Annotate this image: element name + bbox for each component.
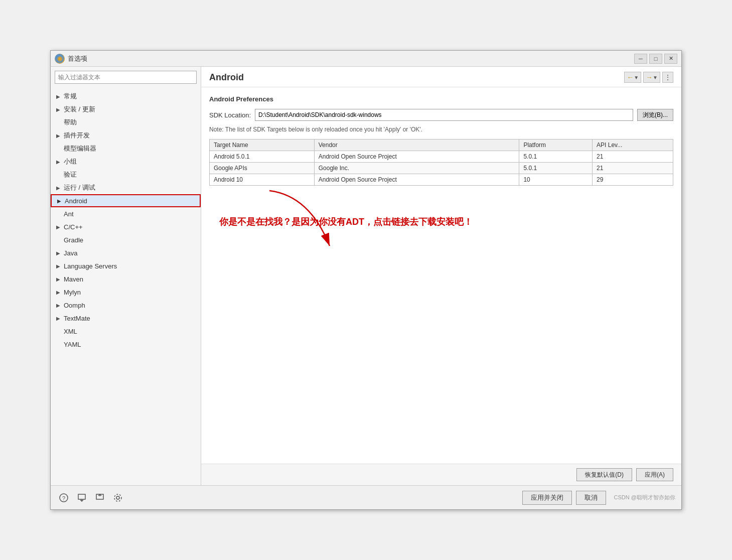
chevron-icon-cpp: ▶ [55,223,62,230]
chevron-icon-textmate: ▶ [55,315,62,322]
nav-buttons: ← ▼ → ▼ ⋮ [624,72,673,83]
app-icon [55,54,65,64]
sidebar-item-label-language-servers: Language Servers [64,262,117,270]
page-title: Android [209,72,244,83]
help-button[interactable]: ? [57,491,71,505]
sidebar-item-label-install-update: 安装 / 更新 [64,105,95,114]
window-title: 首选项 [68,54,634,63]
watermark: CSDN @聪明才智亦如你 [614,494,675,501]
svg-rect-5 [78,494,85,499]
sidebar-item-gradle[interactable]: Gradle [51,233,201,246]
table-row: Android 10Android Open Source Project102… [210,174,673,186]
sidebar-item-validation[interactable]: 验证 [51,168,201,181]
preferences-window: 首选项 ─ □ ✕ ▶常规▶安装 / 更新帮助▶插件开发模型编辑器▶小组验证▶运… [50,50,682,510]
sidebar-item-team[interactable]: ▶小组 [51,155,201,168]
forward-button[interactable]: → ▼ [643,72,660,83]
sidebar-item-model-editor[interactable]: 模型编辑器 [51,142,201,155]
filter-input[interactable] [55,71,197,84]
chevron-icon-help [55,119,62,126]
sidebar-item-yaml[interactable]: YAML [51,338,201,351]
import-button[interactable] [75,491,89,505]
chevron-icon-install-update: ▶ [55,106,62,113]
back-dropdown-icon: ▼ [634,75,639,80]
chevron-icon-general: ▶ [55,93,62,100]
chevron-icon-model-editor [55,145,62,152]
footer-left: ? [57,491,522,505]
table-cell-col2: 10 [519,174,593,186]
sdk-location-row: SDK Location: 浏览(B)... [209,109,673,121]
restore-defaults-button[interactable]: 恢复默认值(D) [576,468,632,481]
sidebar-item-run-debug[interactable]: ▶运行 / 调试 [51,181,201,194]
sidebar-item-plugin-dev[interactable]: ▶插件开发 [51,129,201,142]
chevron-icon-xml [55,328,62,335]
sidebar-item-general[interactable]: ▶常规 [51,90,201,103]
sidebar-item-ant[interactable]: Ant [51,207,201,220]
settings-button[interactable] [111,491,125,505]
sidebar-item-mylyn[interactable]: ▶Mylyn [51,286,201,299]
chevron-icon-gradle [55,236,62,243]
table-cell-col0: Google APIs [210,163,315,174]
back-button[interactable]: ← ▼ [624,72,641,83]
table-header-row: Target NameVendorPlatformAPI Lev... [210,139,673,151]
sidebar-item-cpp[interactable]: ▶C/C++ [51,220,201,233]
sidebar-item-label-android: Android [65,197,87,205]
sdk-path-input[interactable] [255,109,633,121]
maximize-button[interactable]: □ [649,54,662,64]
table-cell-col2: 5.0.1 [519,163,593,174]
sidebar-item-label-help: 帮助 [64,118,77,127]
sidebar-item-textmate[interactable]: ▶TextMate [51,312,201,325]
sidebar-item-label-oomph: Oomph [64,302,85,309]
sdk-note: Note: The list of SDK Targets below is o… [209,126,673,133]
chevron-icon-java: ▶ [55,249,62,256]
sidebar-item-label-cpp: C/C++ [64,223,83,231]
svg-point-1 [58,57,61,60]
section-title: Android Preferences [209,95,673,103]
sidebar-item-oomph[interactable]: ▶Oomph [51,299,201,312]
chevron-icon-yaml [55,341,62,348]
table-cell-col3: 29 [593,174,673,186]
menu-button[interactable]: ⋮ [662,72,673,83]
close-button[interactable]: ✕ [664,54,677,64]
sidebar-item-xml[interactable]: XML [51,325,201,338]
svg-point-9 [116,496,119,499]
table-header-api-lev...: API Lev... [593,139,673,151]
chevron-icon-oomph: ▶ [55,302,62,309]
chevron-icon-language-servers: ▶ [55,262,62,269]
sidebar-item-label-run-debug: 运行 / 调试 [64,183,95,192]
main-content: ▶常规▶安装 / 更新帮助▶插件开发模型编辑器▶小组验证▶运行 / 调试▶And… [51,67,681,485]
annotation-text: 你是不是在找我？是因为你没有ADT，点击链接去下载安装吧！ [209,216,673,228]
table-cell-col1: Android Open Source Project [314,174,519,186]
sidebar-item-label-yaml: YAML [64,341,81,348]
sidebar-item-java[interactable]: ▶Java [51,246,201,259]
minimize-button[interactable]: ─ [634,54,647,64]
sidebar-item-android[interactable]: ▶Android [51,194,201,207]
sidebar-item-maven[interactable]: ▶Maven [51,272,201,286]
chevron-icon-ant [55,210,62,217]
filter-container [51,67,201,88]
sidebar-item-label-model-editor: 模型编辑器 [64,144,96,153]
chevron-icon-android: ▶ [56,197,63,204]
chevron-icon-validation [55,171,62,178]
table-cell-col1: Google Inc. [314,163,519,174]
sidebar-item-label-maven: Maven [64,275,83,283]
table-header-vendor: Vendor [314,139,519,151]
sidebar-item-help[interactable]: 帮助 [51,116,201,129]
annotation-container: 你是不是在找我？是因为你没有ADT，点击链接去下载安装吧！ [209,216,673,228]
sidebar-item-label-gradle: Gradle [64,236,83,244]
table-cell-col1: Android Open Source Project [314,151,519,163]
sidebar-item-language-servers[interactable]: ▶Language Servers [51,259,201,272]
sidebar-item-label-team: 小组 [64,157,77,166]
sidebar-item-label-mylyn: Mylyn [64,289,81,296]
sidebar-item-label-ant: Ant [64,210,74,218]
cancel-button[interactable]: 取消 [576,491,606,505]
sidebar-item-install-update[interactable]: ▶安装 / 更新 [51,103,201,116]
apply-button[interactable]: 应用(A) [636,468,673,481]
export-button[interactable] [93,491,107,505]
apply-close-button[interactable]: 应用并关闭 [522,491,572,505]
table-cell-col2: 5.0.1 [519,151,593,163]
browse-button[interactable]: 浏览(B)... [637,109,673,121]
chevron-icon-plugin-dev: ▶ [55,132,62,139]
right-footer: 恢复默认值(D) 应用(A) [201,464,681,485]
chevron-icon-team: ▶ [55,158,62,165]
tree-container: ▶常规▶安装 / 更新帮助▶插件开发模型编辑器▶小组验证▶运行 / 调试▶And… [51,88,201,485]
